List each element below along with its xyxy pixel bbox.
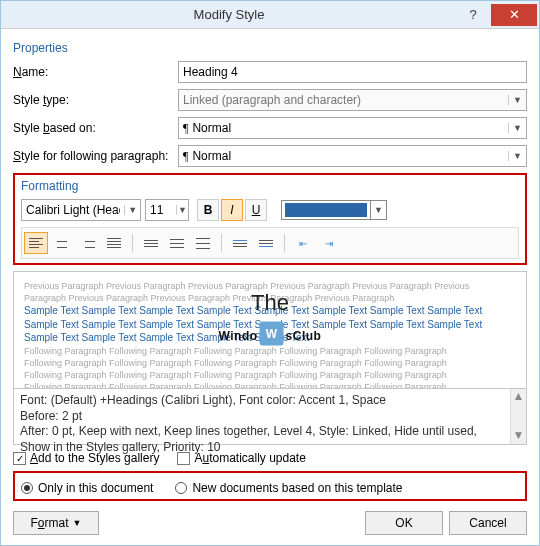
indent-decrease-button[interactable]: ⇤ bbox=[291, 232, 315, 254]
spacing-1-5-button[interactable] bbox=[165, 232, 189, 254]
space-before-dec-button[interactable] bbox=[254, 232, 278, 254]
font-combo[interactable]: ▼ bbox=[21, 199, 141, 221]
space-before-inc-button[interactable] bbox=[228, 232, 252, 254]
formatting-heading: Formatting bbox=[21, 179, 519, 193]
color-swatch bbox=[285, 203, 367, 217]
size-input[interactable] bbox=[146, 203, 176, 217]
new-documents-template-radio[interactable]: New documents based on this template bbox=[175, 481, 402, 495]
underline-button[interactable]: U bbox=[245, 199, 267, 221]
spacing-2-button[interactable] bbox=[191, 232, 215, 254]
modify-style-dialog: Modify Style ? ✕ Properties Name: Style … bbox=[0, 0, 540, 546]
styletype-combo: Linked (paragraph and character) ▼ bbox=[178, 89, 527, 111]
cancel-button[interactable]: Cancel bbox=[449, 511, 527, 535]
close-button[interactable]: ✕ bbox=[491, 4, 537, 26]
properties-heading: Properties bbox=[13, 41, 527, 55]
align-left-button[interactable] bbox=[24, 232, 48, 254]
titlebar: Modify Style ? ✕ bbox=[1, 1, 539, 29]
format-button[interactable]: Format▼ bbox=[13, 511, 99, 535]
style-description: Font: (Default) +Headings (Calibri Light… bbox=[13, 389, 527, 445]
font-color-combo[interactable]: ▼ bbox=[281, 200, 387, 220]
name-label: Name: bbox=[13, 65, 178, 79]
ok-button[interactable]: OK bbox=[365, 511, 443, 535]
chevron-down-icon[interactable]: ▼ bbox=[508, 123, 526, 133]
styletype-label: Style type: bbox=[13, 93, 178, 107]
preview-pane: Previous Paragraph Previous Paragraph Pr… bbox=[13, 271, 527, 389]
align-right-button[interactable] bbox=[76, 232, 100, 254]
only-this-document-radio[interactable]: Only in this document bbox=[21, 481, 153, 495]
following-combo[interactable]: ¶Normal ▼ bbox=[178, 145, 527, 167]
spacing-1-button[interactable] bbox=[139, 232, 163, 254]
basedon-combo[interactable]: ¶Normal ▼ bbox=[178, 117, 527, 139]
align-justify-button[interactable] bbox=[102, 232, 126, 254]
chevron-down-icon[interactable]: ▼ bbox=[508, 151, 526, 161]
chevron-down-icon[interactable]: ▼ bbox=[176, 205, 188, 215]
chevron-down-icon[interactable]: ▼ bbox=[371, 200, 387, 220]
following-label: Style for following paragraph: bbox=[13, 149, 178, 163]
scope-highlight: Only in this document New documents base… bbox=[13, 471, 527, 501]
bold-button[interactable]: B bbox=[197, 199, 219, 221]
paragraph-toolbar: ⇤ ⇥ bbox=[21, 227, 519, 259]
align-center-button[interactable] bbox=[50, 232, 74, 254]
formatting-highlight: Formatting ▼ ▼ B I U ▼ bbox=[13, 173, 527, 265]
help-button[interactable]: ? bbox=[457, 4, 489, 26]
basedon-label: Style based on: bbox=[13, 121, 178, 135]
indent-increase-button[interactable]: ⇥ bbox=[317, 232, 341, 254]
size-combo[interactable]: ▼ bbox=[145, 199, 189, 221]
name-input[interactable] bbox=[178, 61, 527, 83]
dialog-title: Modify Style bbox=[1, 7, 457, 22]
chevron-down-icon: ▼ bbox=[508, 95, 526, 105]
font-input[interactable] bbox=[22, 203, 124, 217]
italic-button[interactable]: I bbox=[221, 199, 243, 221]
scrollbar[interactable]: ▲▼ bbox=[510, 389, 526, 444]
chevron-down-icon[interactable]: ▼ bbox=[124, 205, 140, 215]
